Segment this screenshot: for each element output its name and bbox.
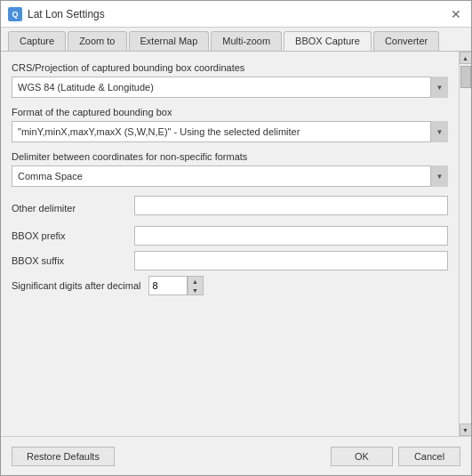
tab-converter[interactable]: Converter (373, 31, 439, 51)
scroll-thumb[interactable] (460, 66, 471, 88)
bbox-suffix-label: BBOX suffix (12, 255, 127, 266)
bbox-suffix-input[interactable] (134, 251, 448, 270)
title-bar-left: Q Lat Lon Settings (8, 7, 105, 21)
bbox-prefix-input[interactable] (134, 226, 448, 246)
tab-bbox-capture[interactable]: BBOX Capture (284, 31, 372, 51)
significant-digits-input[interactable] (148, 276, 188, 295)
tabs-bar: Capture Zoom to External Map Multi-zoom … (1, 28, 471, 52)
ok-button[interactable]: OK (331, 447, 393, 466)
tab-multi-zoom[interactable]: Multi-zoom (211, 31, 282, 51)
significant-digits-label: Significant digits after decimal (12, 280, 141, 291)
crs-dropdown[interactable]: WGS 84 (Latitude & Longitude) (12, 77, 448, 98)
main-area: CRS/Projection of captured bounding box … (1, 52, 471, 436)
other-delimiter-input[interactable] (134, 196, 448, 215)
format-dropdown[interactable]: "minY,minX,maxY,maxX (S,W,N,E)" - Using … (12, 121, 448, 142)
tab-external-map[interactable]: External Map (129, 31, 210, 51)
title-bar: Q Lat Lon Settings ✕ (1, 1, 471, 28)
crs-label: CRS/Projection of captured bounding box … (12, 62, 448, 73)
scroll-track (460, 64, 472, 424)
tab-zoom-to[interactable]: Zoom to (68, 31, 126, 51)
cancel-button[interactable]: Cancel (398, 447, 460, 466)
format-label: Format of the captured bounding box (12, 107, 448, 117)
other-delimiter-label: Other delimiter (12, 203, 127, 214)
scroll-down-button[interactable]: ▼ (460, 424, 472, 436)
delimiter-dropdown-arrow[interactable]: ▼ (430, 165, 448, 187)
delimiter-label: Delimiter between coordinates for non-sp… (12, 151, 448, 162)
app-icon: Q (8, 7, 22, 21)
bbox-prefix-label: BBOX prefix (12, 230, 127, 241)
spinbox-buttons: ▲ ▼ (188, 276, 204, 295)
other-delimiter-row: Other delimiter (12, 196, 448, 221)
spinbox-up-button[interactable]: ▲ (188, 277, 203, 286)
significant-digits-row: Significant digits after decimal ▲ ▼ (12, 276, 448, 295)
bbox-suffix-row: BBOX suffix (12, 251, 448, 270)
crs-dropdown-wrapper: WGS 84 (Latitude & Longitude) ▼ (12, 77, 448, 98)
delimiter-dropdown[interactable]: Comma Space (12, 165, 448, 187)
bbox-prefix-row: BBOX prefix (12, 226, 448, 246)
scroll-up-button[interactable]: ▲ (460, 52, 472, 64)
format-dropdown-wrapper: "minY,minX,maxY,maxX (S,W,N,E)" - Using … (12, 121, 448, 142)
crs-dropdown-arrow[interactable]: ▼ (430, 77, 448, 98)
significant-digits-spinbox: ▲ ▼ (148, 276, 202, 295)
tab-capture[interactable]: Capture (8, 31, 66, 51)
right-scrollbar: ▲ ▼ (459, 52, 471, 436)
footer-right-buttons: OK Cancel (331, 447, 460, 466)
format-dropdown-arrow[interactable]: ▼ (430, 121, 448, 142)
close-button[interactable]: ✕ (448, 6, 464, 22)
content-area: CRS/Projection of captured bounding box … (1, 52, 459, 436)
window-title: Lat Lon Settings (28, 8, 105, 20)
spinbox-down-button[interactable]: ▼ (188, 286, 203, 294)
delimiter-dropdown-wrapper: Comma Space ▼ (12, 165, 448, 187)
footer: Restore Defaults OK Cancel (1, 436, 471, 475)
restore-defaults-button[interactable]: Restore Defaults (12, 447, 115, 466)
main-window: Q Lat Lon Settings ✕ Capture Zoom to Ext… (0, 0, 472, 476)
